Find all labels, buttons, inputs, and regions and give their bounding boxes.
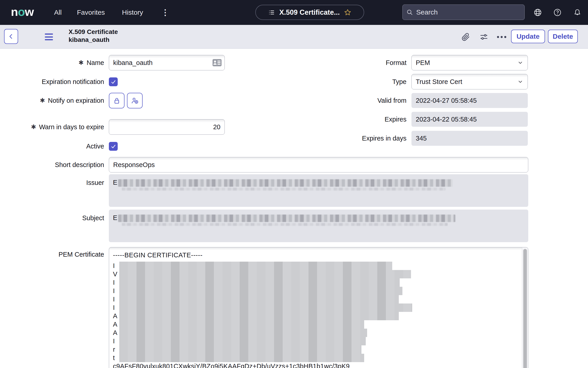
nav-item-all[interactable]: All [54, 0, 62, 25]
name-input[interactable] [109, 55, 225, 70]
record-header: X.509 Certificate kibana_oauth Update De… [0, 25, 588, 49]
nav-item-history[interactable]: History [122, 0, 143, 25]
notify-add-user-button[interactable] [127, 93, 143, 108]
nav-item-favorites[interactable]: Favorites [77, 0, 105, 25]
pem-redacted-row: r [113, 345, 519, 354]
notify-on-expiration-label: ✱ Notify on expiration [9, 96, 104, 105]
search-icon [406, 9, 413, 16]
pem-last-visible-line: c9AFsF80vulxuk801CXwksiY/BZo9i5KAAFgDz+D… [113, 362, 519, 368]
attachment-paperclip-icon[interactable] [461, 32, 470, 41]
checkmark-icon [110, 79, 117, 85]
help-icon[interactable] [553, 8, 562, 17]
personalize-form-sliders-icon[interactable] [479, 32, 488, 41]
expires-field: 2023-04-22 05:58:45 [412, 112, 528, 127]
record-title-name: kibana_oauth [69, 36, 118, 44]
pem-redacted-row: A [113, 320, 519, 329]
issuer-visible-prefix: E [113, 179, 117, 186]
pem-redacted-row: t [113, 354, 519, 362]
pem-redacted-row: I [113, 278, 519, 287]
now-logo[interactable]: now [11, 5, 34, 18]
warn-in-days-label: ✱ Warn in days to expire [9, 123, 104, 131]
type-select[interactable]: Trust Store Cert [412, 74, 528, 89]
required-marker: ✱ [40, 97, 45, 104]
required-marker: ✱ [79, 59, 84, 66]
search-input[interactable] [416, 8, 521, 16]
update-button[interactable]: Update [511, 30, 545, 43]
expiration-notification-checkbox[interactable] [109, 77, 118, 86]
pem-certificate-textarea[interactable]: -----BEGIN CERTIFICATE----- IVIIIIAAAIrt… [109, 247, 528, 368]
chevron-left-icon [8, 33, 15, 40]
expires-label: Expires [317, 115, 406, 124]
record-title: X.509 Certificate kibana_oauth [69, 28, 118, 44]
notify-lock-button[interactable] [109, 93, 124, 108]
format-value: PEM [416, 59, 430, 66]
context-pill[interactable]: X.509 Certificate... [255, 5, 364, 20]
pem-redacted-row: I [113, 262, 519, 270]
pem-redacted-row: A [113, 312, 519, 320]
lock-icon [113, 97, 121, 105]
globe-icon[interactable] [533, 8, 542, 17]
pem-redacted-row: I [113, 287, 519, 295]
top-nav: now All Favorites History ⋮ X.509 Certif… [0, 0, 588, 25]
expires-in-days-field: 345 [412, 131, 528, 146]
active-checkbox[interactable] [109, 142, 118, 151]
notifications-bell-icon[interactable] [573, 8, 582, 17]
warn-in-days-input[interactable] [109, 119, 225, 135]
pem-redacted-row: V [113, 270, 519, 278]
short-description-input[interactable] [109, 157, 528, 173]
required-marker: ✱ [31, 123, 36, 131]
subject-redacted-text [118, 215, 455, 222]
more-actions-icon[interactable] [497, 32, 506, 41]
issuer-label: Issuer [9, 178, 104, 187]
format-select[interactable]: PEM [412, 55, 528, 70]
record-title-type: X.509 Certificate [69, 28, 118, 36]
pem-scrollbar[interactable] [522, 247, 528, 368]
form-context-menu-icon[interactable] [45, 34, 53, 40]
pem-redacted-row: I [113, 337, 519, 345]
type-value: Trust Store Cert [416, 78, 462, 85]
pem-redacted-row: I [113, 304, 519, 312]
name-label: ✱ Name [9, 58, 104, 67]
subject-field: E [109, 210, 528, 242]
pem-certificate-label: PEM Certificate [9, 250, 104, 259]
back-button[interactable] [4, 29, 18, 44]
active-label: Active [9, 142, 104, 150]
valid-from-label: Valid from [317, 96, 406, 105]
chevron-down-icon [517, 79, 524, 85]
valid-from-field: 2022-04-27 05:58:45 [412, 93, 528, 108]
checkmark-icon [110, 143, 117, 150]
person-plus-icon [131, 97, 139, 105]
pem-scrollbar-thumb[interactable] [523, 249, 527, 368]
global-search [402, 5, 525, 20]
pem-begin-line: -----BEGIN CERTIFICATE----- [113, 250, 519, 260]
format-label: Format [317, 58, 406, 67]
context-pill-label: X.509 Certificate... [279, 8, 340, 17]
reference-card-icon [212, 59, 222, 66]
pem-redacted-row: I [113, 295, 519, 304]
pem-redacted-row: A [113, 329, 519, 337]
list-icon [268, 9, 275, 16]
chevron-down-icon [517, 60, 524, 66]
type-label: Type [317, 77, 406, 86]
servicenow-window: now All Favorites History ⋮ X.509 Certif… [0, 0, 588, 368]
delete-button[interactable]: Delete [548, 30, 578, 43]
subject-visible-prefix: E [113, 214, 117, 221]
short-description-label: Short description [9, 160, 104, 169]
expiration-notification-label: Expiration notification [9, 77, 104, 86]
pem-redacted-body: IVIIIIAAAIrt [113, 262, 519, 362]
expires-in-days-label: Expires in days [317, 134, 406, 143]
favorite-star-icon[interactable] [344, 9, 351, 16]
nav-overflow-kebab-icon[interactable]: ⋮ [161, 0, 169, 25]
subject-label: Subject [9, 214, 104, 222]
issuer-redacted-text [118, 179, 453, 187]
issuer-field: E [109, 174, 528, 207]
